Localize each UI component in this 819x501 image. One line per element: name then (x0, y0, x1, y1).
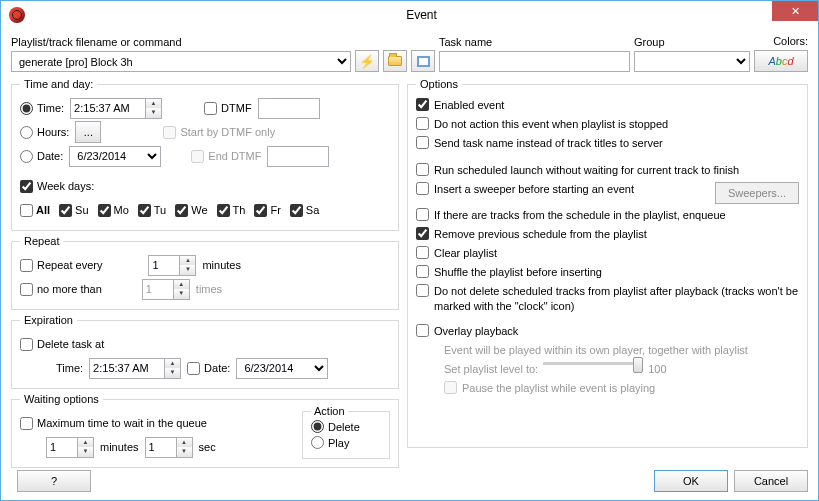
overlay-check[interactable] (416, 324, 429, 337)
nomore-check[interactable]: no more than (20, 283, 102, 296)
end-dtmf-input[interactable] (267, 146, 329, 167)
times-label: times (196, 283, 222, 295)
wait-min-spin[interactable]: ▲▼ (46, 437, 94, 458)
overlay-hint: Event will be played within its own play… (444, 343, 748, 358)
colors-label: Colors: (754, 35, 808, 47)
cancel-button[interactable]: Cancel (734, 470, 808, 492)
dtmf-check[interactable]: DTMF (204, 102, 252, 115)
action-delete-radio[interactable]: Delete (311, 420, 381, 433)
help-button[interactable]: ? (17, 470, 91, 492)
date-picker[interactable]: 6/23/2014 (69, 146, 161, 167)
playlist-label: Playlist/track filename or command (11, 36, 351, 48)
max-wait-check[interactable]: Maximum time to wait in the queue (20, 417, 207, 430)
group-label: Group (634, 36, 750, 48)
square-button[interactable] (411, 50, 435, 72)
shuffle-check[interactable] (416, 265, 429, 278)
weekday-sa[interactable]: Sa (290, 204, 319, 217)
repeat-legend: Repeat (20, 235, 63, 247)
weekday-all[interactable]: All (20, 204, 50, 217)
weekday-fr[interactable]: Fr (254, 204, 280, 217)
weekdays-check[interactable]: Week days: (20, 180, 94, 193)
wait-min-label: minutes (100, 441, 139, 453)
expiration-legend: Expiration (20, 314, 77, 326)
weekday-mo[interactable]: Mo (98, 204, 129, 217)
task-input[interactable] (439, 51, 630, 72)
date-radio[interactable]: Date: (20, 150, 63, 163)
nomore-spin: ▲▼ (142, 279, 190, 300)
time-day-group: Time and day: Time: ▲▼ DTMF Hours: ... S… (11, 78, 399, 231)
close-button[interactable]: ✕ (772, 1, 818, 21)
enabled-check[interactable] (416, 98, 429, 111)
group-combo[interactable] (634, 51, 750, 72)
nodelete-check[interactable] (416, 284, 429, 297)
clear-check[interactable] (416, 246, 429, 259)
end-dtmf-check[interactable]: End DTMF (191, 150, 261, 163)
expiration-group: Expiration Delete task at Time: ▲▼ Date:… (11, 314, 399, 389)
weekday-tu[interactable]: Tu (138, 204, 166, 217)
time-radio[interactable]: Time: (20, 102, 64, 115)
dtmf-input[interactable] (258, 98, 320, 119)
lightning-icon: ⚡ (359, 54, 375, 69)
hours-ellipsis-button[interactable]: ... (75, 121, 101, 143)
weekday-su[interactable]: Su (59, 204, 88, 217)
task-label: Task name (439, 36, 630, 48)
action-group: Action Delete Play (302, 411, 390, 459)
exp-time-input[interactable]: ▲▼ (89, 358, 181, 379)
action-legend: Action (311, 405, 348, 417)
minutes-label: minutes (202, 259, 241, 271)
waiting-group: Waiting options Maximum time to wait in … (11, 393, 399, 468)
colors-button[interactable]: Abcd (754, 50, 808, 72)
app-icon (9, 7, 25, 23)
playlist-combo[interactable]: generate [pro] Block 3h (11, 51, 351, 72)
options-legend: Options (416, 78, 462, 90)
sendtask-check[interactable] (416, 136, 429, 149)
sweepers-button[interactable]: Sweepers... (715, 182, 799, 204)
level-slider[interactable] (543, 362, 643, 365)
ok-button[interactable]: OK (654, 470, 728, 492)
sweeper-check[interactable] (416, 182, 429, 195)
delete-task-check[interactable]: Delete task at (20, 338, 104, 351)
removeprev-check[interactable] (416, 227, 429, 240)
repeat-every-check[interactable]: Repeat every (20, 259, 102, 272)
action-play-radio[interactable]: Play (311, 436, 381, 449)
weekday-th[interactable]: Th (217, 204, 246, 217)
exp-date-picker[interactable]: 6/23/2014 (236, 358, 328, 379)
window-title: Event (25, 8, 818, 22)
setlevel-label: Set playlist level to: (444, 362, 538, 377)
noaction-check[interactable] (416, 117, 429, 130)
weekday-we[interactable]: We (175, 204, 207, 217)
exp-time-label: Time: (56, 362, 83, 374)
time-day-legend: Time and day: (20, 78, 97, 90)
start-dtmf-check[interactable]: Start by DTMF only (163, 126, 275, 139)
time-input[interactable]: ▲▼ (70, 98, 162, 119)
waiting-legend: Waiting options (20, 393, 103, 405)
exp-date-check[interactable]: Date: (187, 362, 230, 375)
wait-sec-label: sec (199, 441, 216, 453)
browse-button[interactable] (383, 50, 407, 72)
enqueue-check[interactable] (416, 208, 429, 221)
options-group: Options Enabled event Do not action this… (407, 78, 808, 448)
repeat-group: Repeat Repeat every ▲▼ minutes no more t… (11, 235, 399, 310)
square-icon (417, 56, 430, 67)
folder-icon (388, 56, 402, 66)
pause-check[interactable] (444, 381, 457, 394)
lightning-button[interactable]: ⚡ (355, 50, 379, 72)
wait-sec-spin[interactable]: ▲▼ (145, 437, 193, 458)
runsched-check[interactable] (416, 163, 429, 176)
hours-radio[interactable]: Hours: (20, 126, 69, 139)
repeat-every-spin[interactable]: ▲▼ (148, 255, 196, 276)
level-value: 100 (648, 362, 666, 377)
